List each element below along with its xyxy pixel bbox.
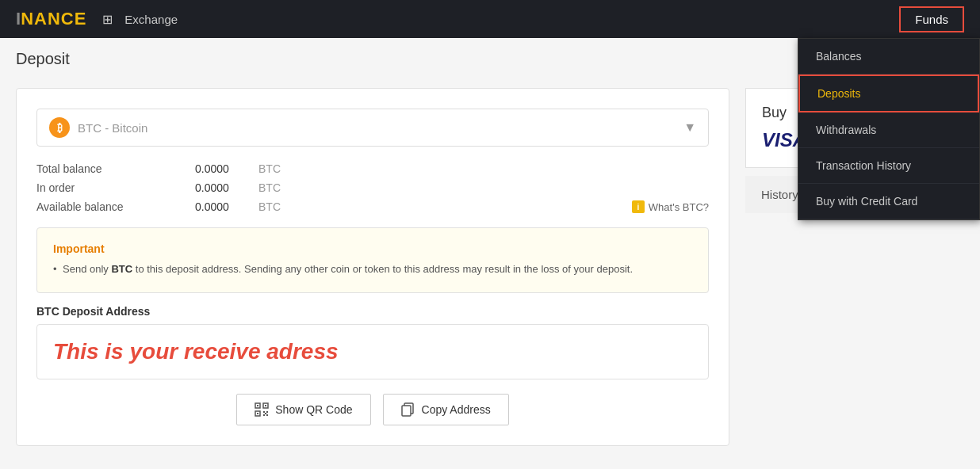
available-balance-value: 0.0000 bbox=[195, 200, 258, 213]
available-balance-currency: BTC bbox=[258, 200, 306, 213]
svg-rect-5 bbox=[257, 413, 258, 414]
available-balance-row: Available balance 0.0000 BTC i What's BT… bbox=[36, 200, 709, 213]
history-label: History bbox=[761, 188, 798, 201]
svg-rect-3 bbox=[265, 405, 266, 406]
left-section: ₿ BTC - Bitcoin ▼ Total balance 0.0000 B… bbox=[16, 88, 729, 446]
svg-rect-9 bbox=[266, 414, 268, 416]
funds-button[interactable]: Funds bbox=[899, 6, 964, 32]
exchange-nav[interactable]: Exchange bbox=[124, 13, 178, 26]
grid-icon[interactable]: ⊞ bbox=[102, 12, 113, 27]
btc-icon: ₿ bbox=[49, 117, 70, 138]
show-qr-button[interactable]: Show QR Code bbox=[236, 394, 370, 425]
deposit-address-label: BTC Deposit Address bbox=[36, 305, 709, 318]
total-balance-value: 0.0000 bbox=[195, 162, 258, 175]
header: I NANCE ⊞ Exchange Funds Balances Deposi… bbox=[0, 0, 980, 38]
dropdown-item-balances[interactable]: Balances bbox=[798, 39, 979, 74]
important-text: Send only BTC to this deposit address. S… bbox=[53, 261, 692, 278]
whats-btc-link[interactable]: i What's BTC? bbox=[632, 200, 709, 213]
in-order-row: In order 0.0000 BTC bbox=[36, 181, 709, 194]
total-balance-currency: BTC bbox=[258, 162, 306, 175]
whats-btc-label: What's BTC? bbox=[649, 201, 709, 213]
important-title: Important bbox=[53, 242, 692, 255]
dropdown-item-transaction-history[interactable]: Transaction History bbox=[798, 148, 979, 184]
address-box: This is your receive adress bbox=[36, 324, 709, 379]
in-order-value: 0.0000 bbox=[195, 181, 258, 194]
svg-rect-7 bbox=[266, 411, 268, 413]
svg-rect-1 bbox=[257, 405, 258, 406]
dropdown-arrow-icon: ▼ bbox=[683, 120, 696, 135]
dropdown-item-withdrawals[interactable]: Withdrawals bbox=[798, 112, 979, 148]
copy-address-label: Copy Address bbox=[422, 403, 491, 416]
button-row: Show QR Code Copy Address bbox=[36, 394, 709, 425]
coin-selector[interactable]: ₿ BTC - Bitcoin ▼ bbox=[36, 109, 709, 147]
qr-icon bbox=[255, 402, 269, 417]
svg-rect-10 bbox=[265, 413, 266, 414]
total-balance-label: Total balance bbox=[36, 162, 195, 175]
dropdown-item-buy-with-credit-card[interactable]: Buy with Credit Card bbox=[798, 184, 979, 219]
in-order-label: In order bbox=[36, 181, 195, 194]
in-order-currency: BTC bbox=[258, 181, 306, 194]
deposit-card: ₿ BTC - Bitcoin ▼ Total balance 0.0000 B… bbox=[16, 88, 729, 446]
svg-rect-8 bbox=[263, 414, 265, 416]
total-balance-row: Total balance 0.0000 BTC bbox=[36, 162, 709, 175]
important-box: Important Send only BTC to this deposit … bbox=[36, 227, 709, 293]
btc-bold: BTC bbox=[111, 263, 132, 275]
copy-icon bbox=[401, 402, 415, 417]
coin-full-name: - Bitcoin bbox=[105, 121, 147, 135]
show-qr-label: Show QR Code bbox=[275, 403, 352, 416]
logo: NANCE bbox=[21, 9, 86, 29]
dropdown-item-deposits[interactable]: Deposits bbox=[798, 74, 979, 112]
dropdown-menu: Balances Deposits Withdrawals Transactio… bbox=[798, 38, 980, 220]
coin-name: BTC - Bitcoin bbox=[78, 121, 147, 135]
receive-address-text: This is your receive adress bbox=[53, 339, 339, 364]
copy-address-button[interactable]: Copy Address bbox=[383, 394, 509, 425]
info-icon: i bbox=[632, 200, 645, 213]
svg-rect-6 bbox=[263, 411, 265, 413]
svg-rect-12 bbox=[402, 406, 411, 416]
available-balance-label: Available balance bbox=[36, 200, 195, 213]
